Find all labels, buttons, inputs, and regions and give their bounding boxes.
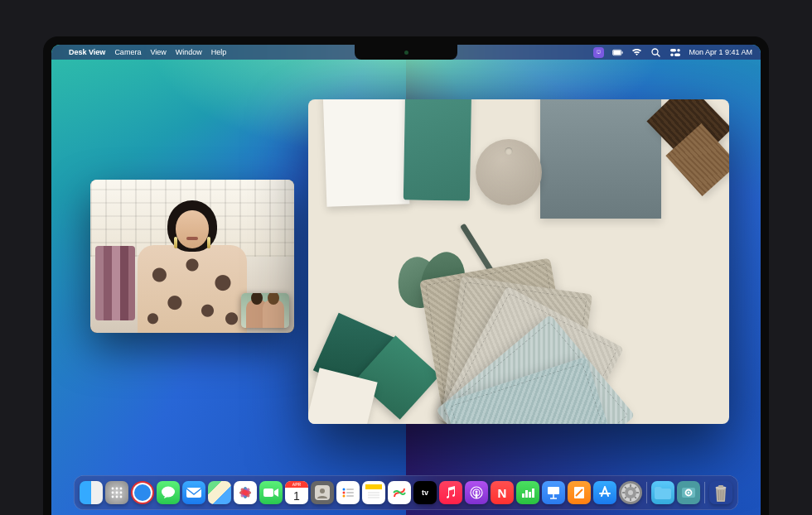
- svg-rect-50: [529, 492, 531, 498]
- desktop: Desk View Camera View Window Help: [51, 45, 761, 515]
- svg-point-9: [670, 53, 674, 56]
- svg-rect-22: [186, 488, 201, 498]
- dock-app-settings[interactable]: [619, 481, 642, 504]
- dock-app-appstore[interactable]: [593, 481, 616, 504]
- dock-app-deskview[interactable]: [677, 481, 700, 504]
- svg-point-10: [112, 488, 114, 490]
- desk-surface: [308, 99, 729, 424]
- svg-line-72: [718, 490, 719, 500]
- dock-app-reminders[interactable]: [336, 481, 360, 504]
- svg-point-16: [112, 496, 114, 498]
- svg-point-7: [677, 49, 680, 52]
- svg-rect-52: [548, 487, 559, 494]
- wifi-icon[interactable]: [631, 47, 642, 58]
- dock: APR 1 tv N: [74, 475, 738, 510]
- svg-rect-31: [263, 489, 273, 497]
- dock-app-keynote[interactable]: [542, 481, 565, 504]
- display-notch: [355, 45, 457, 60]
- app-menu[interactable]: Desk View: [69, 48, 105, 56]
- desk-view-window[interactable]: [308, 99, 729, 424]
- dock-app-launchpad[interactable]: [105, 481, 128, 504]
- menu-help[interactable]: Help: [211, 48, 227, 56]
- svg-point-34: [343, 489, 346, 491]
- svg-point-69: [688, 492, 689, 493]
- dock-app-news[interactable]: N: [491, 481, 514, 504]
- svg-rect-35: [346, 489, 354, 490]
- svg-rect-39: [346, 495, 354, 497]
- svg-rect-6: [670, 49, 676, 52]
- facetime-window[interactable]: [90, 180, 294, 333]
- svg-rect-37: [346, 492, 354, 493]
- laptop-frame: Desk View Camera View Window Help: [43, 36, 769, 515]
- fabric-swatch-fan: [442, 277, 716, 424]
- svg-rect-71: [718, 485, 723, 488]
- dock-app-pages[interactable]: [568, 481, 591, 504]
- dock-app-messages[interactable]: [157, 481, 180, 504]
- svg-point-21: [162, 487, 175, 498]
- dock-app-calendar[interactable]: APR 1: [285, 481, 308, 504]
- svg-point-13: [112, 492, 114, 494]
- dock-trash[interactable]: [709, 481, 732, 504]
- svg-point-17: [116, 496, 118, 498]
- swatch-teal: [404, 99, 471, 201]
- menu-bar-clock[interactable]: Mon Apr 1 9:41 AM: [689, 48, 752, 56]
- svg-point-15: [120, 492, 123, 494]
- menu-view[interactable]: View: [150, 48, 166, 56]
- dock-app-contacts[interactable]: [311, 481, 334, 504]
- swatch-gray-panel: [540, 99, 661, 219]
- menu-window[interactable]: Window: [176, 48, 202, 56]
- video-main-feed: [90, 180, 294, 333]
- svg-point-47: [476, 491, 478, 493]
- dock-app-music[interactable]: [439, 481, 462, 504]
- camera-indicator-icon: [404, 51, 408, 55]
- menu-camera[interactable]: Camera: [114, 48, 141, 56]
- svg-line-5: [658, 54, 660, 56]
- dock-app-photos[interactable]: [234, 481, 257, 504]
- dock-divider: [646, 482, 647, 503]
- dock-divider: [704, 482, 705, 503]
- svg-point-33: [320, 489, 325, 493]
- calendar-month-label: APR: [285, 481, 308, 488]
- spotlight-icon[interactable]: [650, 47, 661, 58]
- dock-downloads-folder[interactable]: [651, 481, 674, 504]
- screen-mirroring-icon[interactable]: [593, 47, 604, 58]
- svg-point-58: [628, 490, 633, 495]
- svg-rect-40: [365, 484, 382, 489]
- svg-rect-51: [532, 489, 534, 498]
- dock-app-facetime[interactable]: [259, 481, 283, 504]
- battery-icon[interactable]: [612, 47, 623, 58]
- stone-disc-sample: [476, 139, 542, 205]
- dock-app-freeform[interactable]: [388, 481, 411, 504]
- dock-app-safari[interactable]: [131, 481, 154, 504]
- svg-point-18: [120, 496, 123, 498]
- svg-rect-2: [614, 51, 621, 55]
- svg-rect-48: [522, 493, 524, 498]
- dock-app-podcasts[interactable]: [465, 481, 488, 504]
- svg-rect-49: [525, 490, 528, 498]
- svg-point-12: [120, 488, 123, 490]
- swatch-white-paper: [323, 99, 410, 207]
- caller-person: [134, 192, 250, 333]
- dock-app-finder[interactable]: [80, 481, 103, 504]
- svg-line-74: [723, 490, 724, 500]
- dock-app-numbers[interactable]: [516, 481, 539, 504]
- svg-point-20: [134, 484, 151, 501]
- dock-app-tv[interactable]: tv: [413, 481, 437, 504]
- dock-app-mail[interactable]: [182, 481, 205, 504]
- video-pip-self[interactable]: [241, 293, 289, 328]
- svg-point-14: [116, 492, 118, 494]
- dock-app-notes[interactable]: [362, 481, 385, 504]
- calendar-day-label: 1: [293, 488, 300, 504]
- svg-point-11: [116, 488, 118, 490]
- svg-rect-8: [674, 53, 680, 56]
- svg-point-36: [343, 492, 346, 494]
- control-center-icon[interactable]: [669, 47, 680, 58]
- svg-rect-3: [622, 51, 623, 53]
- dock-app-maps[interactable]: [208, 481, 231, 504]
- svg-rect-0: [597, 51, 602, 53]
- svg-point-38: [343, 495, 346, 498]
